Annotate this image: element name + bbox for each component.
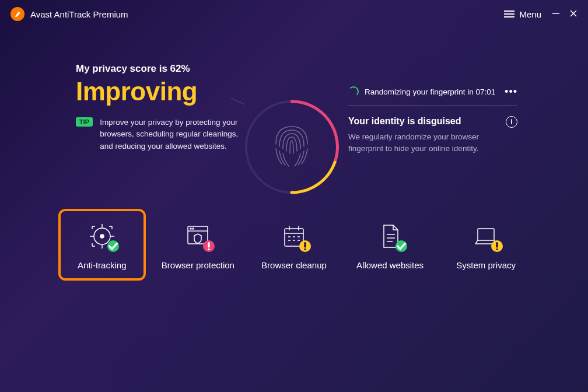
- svg-point-5: [100, 235, 104, 238]
- status-ok-icon: [107, 240, 119, 252]
- identity-text: Your identity is disguised We regularly …: [348, 116, 499, 155]
- card-allowed-websites[interactable]: Allowed websites: [346, 209, 434, 281]
- info-icon[interactable]: i: [506, 116, 517, 128]
- card-label: Anti-tracking: [78, 260, 126, 270]
- nav-cards: Anti-tracking Browser protection: [58, 209, 530, 281]
- app-title: Avast AntiTrack Premium: [30, 9, 128, 19]
- score-label: My privacy score is 62%: [76, 63, 547, 75]
- more-options-button[interactable]: •••: [505, 89, 517, 94]
- tip-text: Improve your privacy by protecting your …: [100, 117, 239, 152]
- menu-label: Menu: [519, 9, 541, 19]
- svg-rect-31: [478, 229, 494, 240]
- titlebar-right: Menu: [504, 9, 578, 19]
- status-warn-icon: [491, 240, 503, 252]
- card-browser-cleanup[interactable]: Browser cleanup: [250, 209, 338, 281]
- calendar-icon: [281, 223, 307, 250]
- tip-badge: TIP: [76, 117, 93, 127]
- menu-button[interactable]: Menu: [504, 9, 541, 19]
- hamburger-icon: [504, 10, 514, 18]
- identity-row: Your identity is disguised We regularly …: [348, 116, 517, 155]
- status-warn-icon: [299, 240, 311, 252]
- tip-row: TIP Improve your privacy by protecting y…: [76, 117, 239, 152]
- card-label: Browser cleanup: [261, 260, 327, 270]
- browser-shield-icon: [184, 223, 211, 250]
- randomize-text: Randomizing your fingerprint in 07:01: [365, 88, 499, 96]
- window-controls: [552, 9, 578, 19]
- titlebar-left: Avast AntiTrack Premium: [10, 7, 128, 21]
- card-system-privacy[interactable]: System privacy: [442, 209, 530, 281]
- card-label: Browser protection: [162, 260, 235, 270]
- identity-panel: Randomizing your fingerprint in 07:01 ••…: [348, 86, 517, 155]
- svg-point-13: [192, 228, 194, 229]
- spinner-icon: [348, 86, 359, 97]
- laptop-icon: [473, 223, 499, 250]
- fingerprint-gauge: [243, 98, 341, 196]
- crosshair-icon: [89, 223, 116, 250]
- fingerprint-icon: [269, 120, 314, 174]
- identity-description: We regularly randomize your browser fing…: [348, 131, 499, 155]
- avast-logo-icon: [10, 7, 24, 21]
- svg-point-12: [190, 228, 191, 229]
- card-label: Allowed websites: [356, 260, 424, 270]
- minimize-button[interactable]: [552, 9, 560, 19]
- close-button[interactable]: [569, 9, 578, 19]
- svg-point-15: [208, 249, 210, 250]
- card-browser-protection[interactable]: Browser protection: [155, 209, 242, 281]
- svg-point-27: [304, 249, 306, 250]
- titlebar: Avast AntiTrack Premium Menu: [0, 0, 588, 28]
- svg-point-34: [496, 249, 498, 250]
- card-label: System privacy: [456, 260, 516, 270]
- document-icon: [377, 223, 404, 250]
- identity-title: Your identity is disguised: [348, 116, 499, 127]
- randomize-row: Randomizing your fingerprint in 07:01 ••…: [348, 86, 517, 106]
- status-ok-icon: [396, 240, 407, 252]
- status-alert-icon: [203, 240, 215, 252]
- card-anti-tracking[interactable]: Anti-tracking: [58, 209, 146, 281]
